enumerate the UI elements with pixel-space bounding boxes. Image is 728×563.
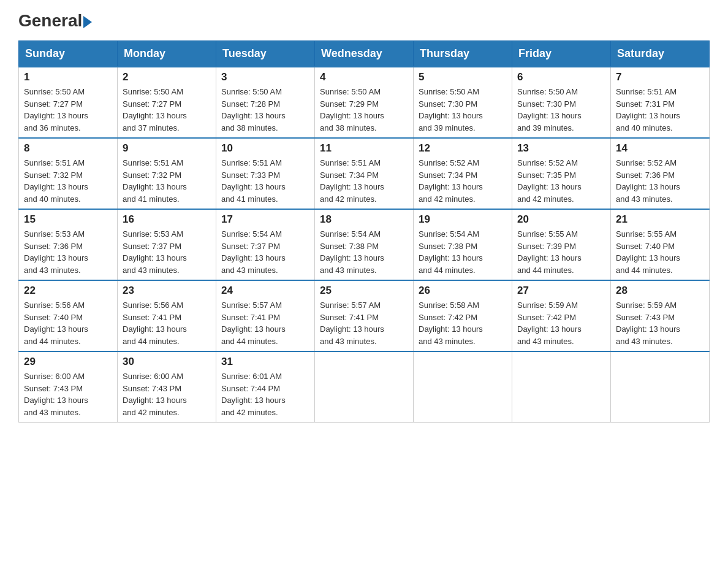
day-number: 19 xyxy=(419,213,507,226)
column-header-friday: Friday xyxy=(512,41,611,67)
calendar-cell: 18Sunrise: 5:54 AMSunset: 7:38 PMDayligh… xyxy=(315,209,414,280)
calendar-cell: 16Sunrise: 5:53 AMSunset: 7:37 PMDayligh… xyxy=(118,209,216,280)
calendar-cell xyxy=(315,351,414,423)
day-number: 5 xyxy=(419,71,507,83)
day-info: Sunrise: 5:51 AMSunset: 7:33 PMDaylight:… xyxy=(221,157,309,205)
day-info: Sunrise: 5:53 AMSunset: 7:36 PMDaylight:… xyxy=(24,228,112,276)
calendar-cell: 19Sunrise: 5:54 AMSunset: 7:38 PMDayligh… xyxy=(414,209,512,280)
day-number: 12 xyxy=(419,142,507,155)
calendar-cell: 23Sunrise: 5:56 AMSunset: 7:41 PMDayligh… xyxy=(118,280,216,351)
day-info: Sunrise: 5:50 AMSunset: 7:30 PMDaylight:… xyxy=(517,86,605,134)
page-header: General xyxy=(18,12,710,28)
calendar-cell: 21Sunrise: 5:55 AMSunset: 7:40 PMDayligh… xyxy=(611,209,710,280)
day-info: Sunrise: 5:52 AMSunset: 7:34 PMDaylight:… xyxy=(419,157,507,205)
day-info: Sunrise: 5:59 AMSunset: 7:43 PMDaylight:… xyxy=(616,299,704,347)
calendar-cell: 17Sunrise: 5:54 AMSunset: 7:37 PMDayligh… xyxy=(216,209,315,280)
calendar-cell: 22Sunrise: 5:56 AMSunset: 7:40 PMDayligh… xyxy=(19,280,118,351)
column-header-thursday: Thursday xyxy=(414,41,512,67)
day-info: Sunrise: 5:50 AMSunset: 7:28 PMDaylight:… xyxy=(221,86,309,134)
day-info: Sunrise: 5:54 AMSunset: 7:37 PMDaylight:… xyxy=(221,228,309,276)
logo: General xyxy=(18,12,92,28)
column-header-tuesday: Tuesday xyxy=(216,41,315,67)
day-info: Sunrise: 5:55 AMSunset: 7:40 PMDaylight:… xyxy=(616,228,704,276)
calendar-cell: 3Sunrise: 5:50 AMSunset: 7:28 PMDaylight… xyxy=(216,67,315,138)
day-number: 2 xyxy=(123,71,211,83)
week-row-5: 29Sunrise: 6:00 AMSunset: 7:43 PMDayligh… xyxy=(19,351,710,423)
day-number: 22 xyxy=(24,285,112,297)
column-header-saturday: Saturday xyxy=(611,41,710,67)
column-header-monday: Monday xyxy=(118,41,216,67)
column-header-sunday: Sunday xyxy=(19,41,118,67)
day-number: 7 xyxy=(616,71,704,83)
day-number: 3 xyxy=(221,71,309,83)
calendar-cell: 13Sunrise: 5:52 AMSunset: 7:35 PMDayligh… xyxy=(512,138,611,209)
day-info: Sunrise: 5:51 AMSunset: 7:32 PMDaylight:… xyxy=(123,157,211,205)
day-info: Sunrise: 5:53 AMSunset: 7:37 PMDaylight:… xyxy=(123,228,211,276)
calendar-table: SundayMondayTuesdayWednesdayThursdayFrid… xyxy=(18,40,710,423)
calendar-cell: 20Sunrise: 5:55 AMSunset: 7:39 PMDayligh… xyxy=(512,209,611,280)
calendar-cell: 10Sunrise: 5:51 AMSunset: 7:33 PMDayligh… xyxy=(216,138,315,209)
day-info: Sunrise: 5:57 AMSunset: 7:41 PMDaylight:… xyxy=(221,299,309,347)
calendar-cell xyxy=(414,351,512,423)
day-info: Sunrise: 5:51 AMSunset: 7:34 PMDaylight:… xyxy=(320,157,408,205)
calendar-cell: 24Sunrise: 5:57 AMSunset: 7:41 PMDayligh… xyxy=(216,280,315,351)
day-info: Sunrise: 6:01 AMSunset: 7:44 PMDaylight:… xyxy=(221,370,309,418)
calendar-cell: 4Sunrise: 5:50 AMSunset: 7:29 PMDaylight… xyxy=(315,67,414,138)
day-number: 13 xyxy=(517,142,605,155)
day-number: 20 xyxy=(517,213,605,226)
day-number: 9 xyxy=(123,142,211,155)
day-info: Sunrise: 5:50 AMSunset: 7:27 PMDaylight:… xyxy=(123,86,211,134)
calendar-cell xyxy=(512,351,611,423)
day-info: Sunrise: 6:00 AMSunset: 7:43 PMDaylight:… xyxy=(24,370,112,418)
calendar-cell: 7Sunrise: 5:51 AMSunset: 7:31 PMDaylight… xyxy=(611,67,710,138)
calendar-cell: 28Sunrise: 5:59 AMSunset: 7:43 PMDayligh… xyxy=(611,280,710,351)
calendar-cell: 2Sunrise: 5:50 AMSunset: 7:27 PMDaylight… xyxy=(118,67,216,138)
day-info: Sunrise: 5:57 AMSunset: 7:41 PMDaylight:… xyxy=(320,299,408,347)
calendar-cell: 26Sunrise: 5:58 AMSunset: 7:42 PMDayligh… xyxy=(414,280,512,351)
calendar-cell: 12Sunrise: 5:52 AMSunset: 7:34 PMDayligh… xyxy=(414,138,512,209)
day-number: 24 xyxy=(221,285,309,297)
day-number: 18 xyxy=(320,213,408,226)
day-number: 31 xyxy=(221,356,309,368)
calendar-cell: 15Sunrise: 5:53 AMSunset: 7:36 PMDayligh… xyxy=(19,209,118,280)
day-info: Sunrise: 5:58 AMSunset: 7:42 PMDaylight:… xyxy=(419,299,507,347)
day-info: Sunrise: 5:52 AMSunset: 7:36 PMDaylight:… xyxy=(616,157,704,205)
calendar-cell: 8Sunrise: 5:51 AMSunset: 7:32 PMDaylight… xyxy=(19,138,118,209)
day-info: Sunrise: 5:50 AMSunset: 7:29 PMDaylight:… xyxy=(320,86,408,134)
day-info: Sunrise: 5:50 AMSunset: 7:27 PMDaylight:… xyxy=(24,86,112,134)
day-number: 16 xyxy=(123,213,211,226)
day-number: 30 xyxy=(123,356,211,368)
day-number: 21 xyxy=(616,213,704,226)
calendar-cell: 31Sunrise: 6:01 AMSunset: 7:44 PMDayligh… xyxy=(216,351,315,423)
day-info: Sunrise: 5:56 AMSunset: 7:41 PMDaylight:… xyxy=(123,299,211,347)
calendar-header-row: SundayMondayTuesdayWednesdayThursdayFrid… xyxy=(19,41,710,67)
day-number: 27 xyxy=(517,285,605,297)
day-number: 6 xyxy=(517,71,605,83)
calendar-cell: 5Sunrise: 5:50 AMSunset: 7:30 PMDaylight… xyxy=(414,67,512,138)
day-info: Sunrise: 5:51 AMSunset: 7:31 PMDaylight:… xyxy=(616,86,704,134)
week-row-1: 1Sunrise: 5:50 AMSunset: 7:27 PMDaylight… xyxy=(19,67,710,138)
week-row-3: 15Sunrise: 5:53 AMSunset: 7:36 PMDayligh… xyxy=(19,209,710,280)
day-number: 29 xyxy=(24,356,112,368)
week-row-2: 8Sunrise: 5:51 AMSunset: 7:32 PMDaylight… xyxy=(19,138,710,209)
day-number: 14 xyxy=(616,142,704,155)
day-number: 4 xyxy=(320,71,408,83)
day-info: Sunrise: 5:59 AMSunset: 7:42 PMDaylight:… xyxy=(517,299,605,347)
calendar-cell xyxy=(611,351,710,423)
day-number: 28 xyxy=(616,285,704,297)
logo-text: General xyxy=(18,12,92,29)
day-info: Sunrise: 5:56 AMSunset: 7:40 PMDaylight:… xyxy=(24,299,112,347)
day-number: 11 xyxy=(320,142,408,155)
day-info: Sunrise: 5:54 AMSunset: 7:38 PMDaylight:… xyxy=(320,228,408,276)
column-header-wednesday: Wednesday xyxy=(315,41,414,67)
calendar-cell: 1Sunrise: 5:50 AMSunset: 7:27 PMDaylight… xyxy=(19,67,118,138)
logo-arrow-icon xyxy=(83,16,92,28)
calendar-cell: 30Sunrise: 6:00 AMSunset: 7:43 PMDayligh… xyxy=(118,351,216,423)
day-info: Sunrise: 5:50 AMSunset: 7:30 PMDaylight:… xyxy=(419,86,507,134)
day-number: 10 xyxy=(221,142,309,155)
day-number: 17 xyxy=(221,213,309,226)
calendar-cell: 11Sunrise: 5:51 AMSunset: 7:34 PMDayligh… xyxy=(315,138,414,209)
day-info: Sunrise: 6:00 AMSunset: 7:43 PMDaylight:… xyxy=(123,370,211,418)
week-row-4: 22Sunrise: 5:56 AMSunset: 7:40 PMDayligh… xyxy=(19,280,710,351)
calendar-cell: 14Sunrise: 5:52 AMSunset: 7:36 PMDayligh… xyxy=(611,138,710,209)
